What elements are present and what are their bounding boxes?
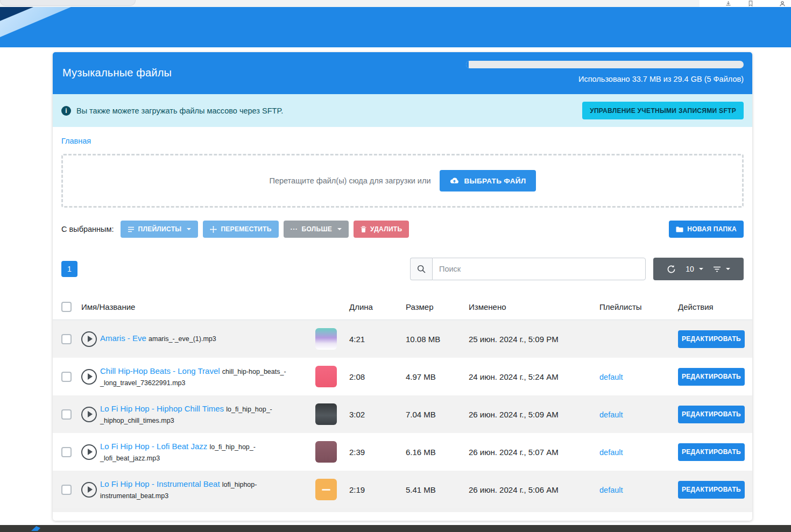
delete-button[interactable]: УДАЛИТЬ	[354, 221, 409, 238]
row-checkbox[interactable]	[61, 485, 72, 495]
playlist-link[interactable]: default	[599, 448, 623, 457]
download-icon[interactable]	[725, 1, 731, 6]
new-folder-button[interactable]: НОВАЯ ПАПКА	[669, 221, 744, 238]
page-title: Музыкальные файлы	[62, 67, 172, 79]
column-header-name[interactable]: Имя/Название	[81, 302, 349, 311]
folder-icon	[676, 226, 683, 232]
list-toolbar-row: 1 10	[61, 258, 744, 280]
delete-button-label: УДАЛИТЬ	[370, 225, 402, 233]
file-title-link[interactable]: Lo Fi Hip Hop - Instrumental Beat	[100, 479, 220, 488]
play-button[interactable]	[81, 407, 97, 422]
modified-cell: 26 июн. 2024 г., 5:09 AM	[469, 410, 599, 419]
file-title-link[interactable]: Amaris - Eve	[100, 334, 146, 343]
row-checkbox[interactable]	[61, 409, 72, 420]
file-title-link[interactable]: Lo Fi Hip Hop - Hiphop Chill Times	[100, 404, 224, 413]
table-row: Chill Hip-Hop Beats - Long Travel chill_…	[53, 358, 752, 395]
filter-dropdown[interactable]	[713, 266, 730, 272]
storage-usage-text: Использовано 33.7 MB из 29.4 GB (5 Файло…	[578, 75, 744, 83]
size-cell: 5.41 MB	[406, 485, 469, 494]
search-icon	[417, 265, 426, 273]
playlists-button[interactable]: ПЛЕЙЛИСТЫ	[121, 221, 199, 238]
storage-progress-fill	[466, 61, 469, 68]
duration-cell: 2:08	[349, 372, 406, 381]
caret-down-icon	[726, 268, 730, 270]
filter-icon	[713, 266, 721, 272]
sftp-info-banner: i Вы также можете загружать файлы массов…	[53, 94, 752, 127]
browser-toolbar-right	[700, 0, 791, 7]
search-icon-box	[410, 258, 432, 280]
edit-button[interactable]: РЕДАКТИРОВАТЬ	[678, 330, 745, 348]
card-header: Музыкальные файлы Использовано 33.7 MB и…	[53, 52, 752, 94]
column-header-playlists[interactable]: Плейлисты	[599, 302, 678, 311]
modified-cell: 26 июн. 2024 г., 5:07 AM	[469, 448, 599, 457]
play-icon	[88, 373, 93, 380]
breadcrumb-home-link[interactable]: Главная	[61, 137, 91, 145]
duration-cell: 2:19	[349, 485, 406, 494]
edit-button[interactable]: РЕДАКТИРОВАТЬ	[678, 406, 745, 423]
browser-tab[interactable]	[0, 0, 136, 6]
modified-cell: 26 июн. 2024 г., 5:06 AM	[469, 485, 599, 494]
upload-dropzone[interactable]: Перетащите файл(ы) сюда для загрузки или…	[61, 154, 744, 208]
duration-cell: 4:21	[349, 335, 406, 344]
storage-progress-bar	[466, 61, 744, 68]
album-art	[315, 366, 337, 387]
per-page-dropdown[interactable]: 10	[686, 265, 703, 273]
playlist-link[interactable]: default	[599, 486, 623, 494]
play-button[interactable]	[81, 331, 97, 347]
album-art	[315, 479, 337, 500]
manage-sftp-accounts-button[interactable]: УПРАВЛЕНИЕ УЧЕТНЫМИ ЗАПИСЯМИ SFTP	[582, 102, 744, 119]
more-button[interactable]: ··· БОЛЬШЕ	[284, 221, 349, 238]
file-title-link[interactable]: Lo Fi Hip Hop - Lofi Beat Jazz	[100, 442, 207, 451]
column-header-actions: Действия	[678, 302, 745, 311]
refresh-button[interactable]	[667, 265, 676, 274]
list-options-toolbar: 10	[653, 258, 744, 280]
profile-icon[interactable]	[779, 1, 786, 7]
more-icon: ···	[291, 227, 298, 231]
playlist-link[interactable]: default	[599, 373, 623, 381]
file-title-link[interactable]: Chill Hip-Hop Beats - Long Travel	[100, 366, 220, 375]
pagination-page-1-button[interactable]: 1	[61, 261, 77, 277]
select-all-checkbox[interactable]	[61, 302, 72, 312]
table-row: Lo Fi Hip Hop - Lofi Beat Jazz lo_fi_hip…	[53, 433, 752, 471]
playlists-button-label: ПЛЕЙЛИСТЫ	[138, 225, 182, 233]
play-icon	[88, 449, 93, 455]
dropzone-prompt: Перетащите файл(ы) сюда для загрузки или	[269, 176, 430, 185]
new-folder-button-label: НОВАЯ ПАПКА	[687, 225, 737, 233]
play-button[interactable]	[81, 482, 97, 498]
edit-button[interactable]: РЕДАКТИРОВАТЬ	[678, 443, 745, 461]
play-button[interactable]	[81, 444, 97, 460]
caret-down-icon	[187, 228, 191, 230]
album-art	[315, 403, 337, 425]
bulk-actions-label: С выбранным:	[61, 225, 114, 233]
row-checkbox[interactable]	[61, 334, 72, 344]
playlist-link[interactable]: default	[599, 410, 623, 419]
media-manager-card: Музыкальные файлы Использовано 33.7 MB и…	[53, 52, 752, 521]
playlists-cell: default	[599, 485, 678, 494]
bookmark-icon[interactable]	[748, 1, 753, 6]
modified-cell: 24 июн. 2024 г., 5:24 AM	[469, 372, 599, 381]
search-input[interactable]	[432, 258, 646, 280]
table-row: Amaris - Eve amaris_-_eve_(1).mp3 4:21 1…	[53, 320, 752, 358]
size-cell: 6.16 MB	[406, 448, 469, 457]
card-bottom-edge	[53, 508, 752, 512]
column-header-modified[interactable]: Изменено	[469, 302, 599, 311]
browser-chrome-strip	[0, 0, 700, 7]
trash-icon	[361, 226, 366, 233]
move-button-label: ПЕРЕМЕСТИТЬ	[221, 225, 271, 233]
row-checkbox[interactable]	[61, 372, 72, 382]
file-name: amaris_-_eve_(1).mp3	[149, 335, 216, 343]
sftp-banner-text: Вы также можете загружать файлы массово …	[76, 107, 283, 115]
choose-file-button[interactable]: ВЫБРАТЬ ФАЙЛ	[440, 170, 536, 191]
move-button[interactable]: ПЕРЕМЕСТИТЬ	[203, 221, 278, 238]
play-button[interactable]	[81, 369, 97, 385]
column-header-duration[interactable]: Длина	[349, 302, 406, 311]
duration-cell: 2:39	[349, 448, 406, 457]
column-header-size[interactable]: Размер	[406, 302, 469, 311]
table-row: Lo Fi Hip Hop - Hiphop Chill Times lo_fi…	[53, 395, 752, 433]
edit-button[interactable]: РЕДАКТИРОВАТЬ	[678, 368, 745, 386]
row-checkbox[interactable]	[61, 447, 72, 457]
edit-button[interactable]: РЕДАКТИРОВАТЬ	[678, 481, 745, 499]
size-cell: 4.97 MB	[406, 372, 469, 381]
cloud-upload-icon	[449, 177, 460, 185]
playlist-icon	[128, 226, 135, 232]
